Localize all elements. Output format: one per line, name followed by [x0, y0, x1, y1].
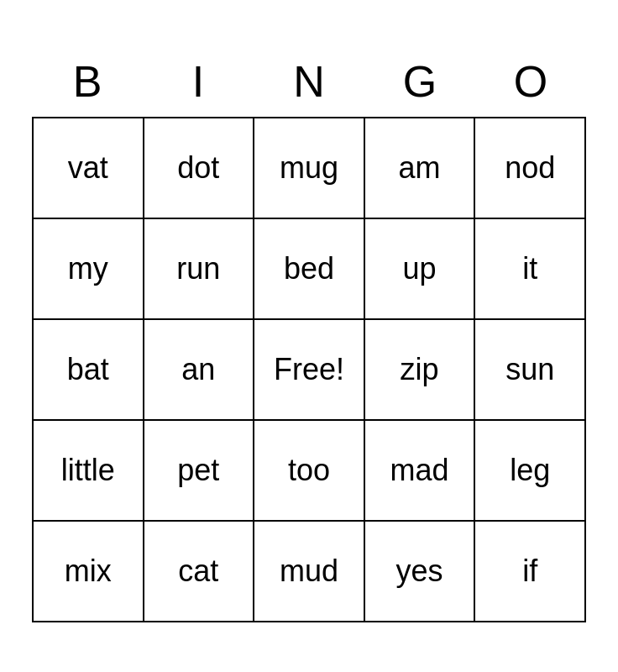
header-n: N	[254, 50, 364, 113]
cell-4-3[interactable]: yes	[364, 521, 475, 622]
header-b: B	[32, 50, 143, 113]
header-o: O	[475, 50, 586, 113]
cell-1-2[interactable]: bed	[254, 218, 364, 319]
cell-1-3[interactable]: up	[364, 218, 475, 319]
header-g: G	[364, 50, 475, 113]
table-row: mix cat mud yes if	[33, 521, 585, 622]
cell-2-0[interactable]: bat	[33, 319, 144, 420]
cell-3-4[interactable]: leg	[474, 420, 585, 521]
cell-2-1[interactable]: an	[144, 319, 254, 420]
cell-0-3[interactable]: am	[364, 118, 475, 218]
cell-0-2[interactable]: mug	[254, 118, 364, 218]
cell-0-4[interactable]: nod	[474, 118, 585, 218]
cell-4-1[interactable]: cat	[144, 521, 254, 622]
cell-2-2[interactable]: Free!	[254, 319, 364, 420]
cell-3-1[interactable]: pet	[144, 420, 254, 521]
cell-4-4[interactable]: if	[474, 521, 585, 622]
cell-3-3[interactable]: mad	[364, 420, 475, 521]
bingo-grid: vat dot mug am nod my run bed up it bat …	[32, 117, 586, 622]
table-row: bat an Free! zip sun	[33, 319, 585, 420]
table-row: vat dot mug am nod	[33, 118, 585, 218]
cell-3-2[interactable]: too	[254, 420, 364, 521]
bingo-header: B I N G O	[32, 50, 586, 113]
cell-3-0[interactable]: little	[33, 420, 144, 521]
table-row: little pet too mad leg	[33, 420, 585, 521]
cell-0-0[interactable]: vat	[33, 118, 144, 218]
table-row: my run bed up it	[33, 218, 585, 319]
cell-4-0[interactable]: mix	[33, 521, 144, 622]
cell-2-4[interactable]: sun	[474, 319, 585, 420]
cell-0-1[interactable]: dot	[144, 118, 254, 218]
cell-1-4[interactable]: it	[474, 218, 585, 319]
cell-2-3[interactable]: zip	[364, 319, 475, 420]
cell-4-2[interactable]: mud	[254, 521, 364, 622]
bingo-card: B I N G O vat dot mug am nod my run bed …	[15, 33, 603, 639]
header-i: I	[143, 50, 254, 113]
cell-1-0[interactable]: my	[33, 218, 144, 319]
cell-1-1[interactable]: run	[144, 218, 254, 319]
